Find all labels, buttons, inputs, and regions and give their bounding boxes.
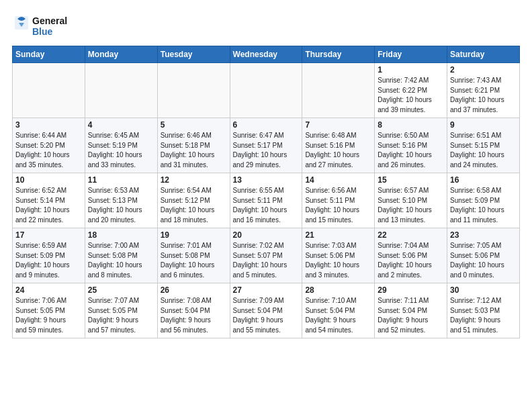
calendar-cell: 25Sunrise: 7:07 AM Sunset: 5:05 PM Dayli… xyxy=(85,283,157,338)
day-number: 3 xyxy=(15,120,82,130)
day-info: Sunrise: 6:53 AM Sunset: 5:13 PM Dayligh… xyxy=(88,186,154,225)
calendar-cell: 28Sunrise: 7:10 AM Sunset: 5:04 PM Dayli… xyxy=(302,283,375,338)
calendar-week-row: 10Sunrise: 6:52 AM Sunset: 5:14 PM Dayli… xyxy=(13,173,520,228)
days-header-row: SundayMondayTuesdayWednesdayThursdayFrid… xyxy=(13,46,520,63)
logo-svg: General Blue xyxy=(12,12,73,40)
calendar-cell: 18Sunrise: 7:00 AM Sunset: 5:08 PM Dayli… xyxy=(85,228,157,283)
calendar-cell: 4Sunrise: 6:45 AM Sunset: 5:19 PM Daylig… xyxy=(85,118,157,173)
day-info: Sunrise: 7:05 AM Sunset: 5:06 PM Dayligh… xyxy=(450,241,517,280)
day-info: Sunrise: 7:02 AM Sunset: 5:07 PM Dayligh… xyxy=(233,241,300,280)
calendar-week-row: 24Sunrise: 7:06 AM Sunset: 5:05 PM Dayli… xyxy=(13,283,520,338)
day-info: Sunrise: 6:44 AM Sunset: 5:20 PM Dayligh… xyxy=(15,131,82,170)
svg-text:General: General xyxy=(32,15,67,26)
day-number: 28 xyxy=(305,285,371,295)
day-info: Sunrise: 6:58 AM Sunset: 5:09 PM Dayligh… xyxy=(450,186,517,225)
day-info: Sunrise: 6:57 AM Sunset: 5:10 PM Dayligh… xyxy=(378,186,444,225)
calendar-cell xyxy=(13,63,85,118)
calendar-cell xyxy=(302,63,375,118)
calendar-cell: 24Sunrise: 7:06 AM Sunset: 5:05 PM Dayli… xyxy=(13,283,85,338)
calendar-cell: 12Sunrise: 6:54 AM Sunset: 5:12 PM Dayli… xyxy=(157,173,230,228)
calendar-cell: 15Sunrise: 6:57 AM Sunset: 5:10 PM Dayli… xyxy=(375,173,447,228)
calendar-cell: 5Sunrise: 6:46 AM Sunset: 5:18 PM Daylig… xyxy=(157,118,230,173)
day-header-monday: Monday xyxy=(85,46,157,63)
day-number: 10 xyxy=(15,175,82,185)
day-number: 8 xyxy=(378,120,444,130)
day-number: 13 xyxy=(233,175,300,185)
day-info: Sunrise: 7:00 AM Sunset: 5:08 PM Dayligh… xyxy=(88,241,154,280)
calendar-cell xyxy=(85,63,157,118)
header: General Blue xyxy=(12,12,520,40)
calendar-cell: 19Sunrise: 7:01 AM Sunset: 5:08 PM Dayli… xyxy=(157,228,230,283)
calendar-cell: 13Sunrise: 6:55 AM Sunset: 5:11 PM Dayli… xyxy=(230,173,302,228)
calendar-cell xyxy=(157,63,230,118)
page: General Blue SundayMondayTuesdayWednesda… xyxy=(0,0,532,345)
day-number: 1 xyxy=(378,65,444,75)
day-header-friday: Friday xyxy=(375,46,447,63)
day-info: Sunrise: 6:50 AM Sunset: 5:16 PM Dayligh… xyxy=(378,131,444,170)
day-number: 7 xyxy=(305,120,371,130)
calendar-cell: 7Sunrise: 6:48 AM Sunset: 5:16 PM Daylig… xyxy=(302,118,375,173)
day-info: Sunrise: 7:03 AM Sunset: 5:06 PM Dayligh… xyxy=(305,241,371,280)
calendar-body: 1Sunrise: 7:42 AM Sunset: 6:22 PM Daylig… xyxy=(13,63,520,338)
calendar-cell: 16Sunrise: 6:58 AM Sunset: 5:09 PM Dayli… xyxy=(447,173,520,228)
day-info: Sunrise: 7:06 AM Sunset: 5:05 PM Dayligh… xyxy=(15,296,82,335)
calendar-cell: 30Sunrise: 7:12 AM Sunset: 5:03 PM Dayli… xyxy=(447,283,520,338)
day-number: 21 xyxy=(305,230,371,240)
day-number: 2 xyxy=(450,65,517,75)
calendar-cell: 21Sunrise: 7:03 AM Sunset: 5:06 PM Dayli… xyxy=(302,228,375,283)
day-info: Sunrise: 7:11 AM Sunset: 5:04 PM Dayligh… xyxy=(378,296,444,335)
day-number: 27 xyxy=(233,285,300,295)
day-number: 29 xyxy=(378,285,444,295)
day-header-thursday: Thursday xyxy=(302,46,375,63)
svg-text:Blue: Blue xyxy=(32,26,53,37)
day-number: 19 xyxy=(161,230,227,240)
day-info: Sunrise: 7:01 AM Sunset: 5:08 PM Dayligh… xyxy=(161,241,227,280)
day-number: 17 xyxy=(15,230,82,240)
calendar-header: SundayMondayTuesdayWednesdayThursdayFrid… xyxy=(13,46,520,63)
calendar-cell: 22Sunrise: 7:04 AM Sunset: 5:06 PM Dayli… xyxy=(375,228,447,283)
day-number: 14 xyxy=(305,175,371,185)
calendar-week-row: 3Sunrise: 6:44 AM Sunset: 5:20 PM Daylig… xyxy=(13,118,520,173)
calendar-cell: 17Sunrise: 6:59 AM Sunset: 5:09 PM Dayli… xyxy=(13,228,85,283)
calendar-cell: 11Sunrise: 6:53 AM Sunset: 5:13 PM Dayli… xyxy=(85,173,157,228)
day-info: Sunrise: 6:47 AM Sunset: 5:17 PM Dayligh… xyxy=(233,131,300,170)
calendar-cell: 23Sunrise: 7:05 AM Sunset: 5:06 PM Dayli… xyxy=(447,228,520,283)
calendar-cell: 3Sunrise: 6:44 AM Sunset: 5:20 PM Daylig… xyxy=(13,118,85,173)
day-info: Sunrise: 7:43 AM Sunset: 6:21 PM Dayligh… xyxy=(450,76,517,115)
day-info: Sunrise: 6:56 AM Sunset: 5:11 PM Dayligh… xyxy=(305,186,371,225)
day-info: Sunrise: 7:04 AM Sunset: 5:06 PM Dayligh… xyxy=(378,241,444,280)
day-info: Sunrise: 6:54 AM Sunset: 5:12 PM Dayligh… xyxy=(161,186,227,225)
day-info: Sunrise: 6:46 AM Sunset: 5:18 PM Dayligh… xyxy=(161,131,227,170)
day-number: 12 xyxy=(161,175,227,185)
calendar-cell: 6Sunrise: 6:47 AM Sunset: 5:17 PM Daylig… xyxy=(230,118,302,173)
calendar-cell: 27Sunrise: 7:09 AM Sunset: 5:04 PM Dayli… xyxy=(230,283,302,338)
calendar-cell: 1Sunrise: 7:42 AM Sunset: 6:22 PM Daylig… xyxy=(375,63,447,118)
calendar-cell: 14Sunrise: 6:56 AM Sunset: 5:11 PM Dayli… xyxy=(302,173,375,228)
day-info: Sunrise: 7:08 AM Sunset: 5:04 PM Dayligh… xyxy=(161,296,227,335)
day-number: 4 xyxy=(88,120,154,130)
day-info: Sunrise: 6:45 AM Sunset: 5:19 PM Dayligh… xyxy=(88,131,154,170)
day-number: 22 xyxy=(378,230,444,240)
day-info: Sunrise: 6:59 AM Sunset: 5:09 PM Dayligh… xyxy=(15,241,82,280)
day-number: 20 xyxy=(233,230,300,240)
calendar-cell: 20Sunrise: 7:02 AM Sunset: 5:07 PM Dayli… xyxy=(230,228,302,283)
day-info: Sunrise: 7:07 AM Sunset: 5:05 PM Dayligh… xyxy=(88,296,154,335)
day-number: 16 xyxy=(450,175,517,185)
day-info: Sunrise: 6:55 AM Sunset: 5:11 PM Dayligh… xyxy=(233,186,300,225)
calendar-cell xyxy=(230,63,302,118)
day-info: Sunrise: 7:12 AM Sunset: 5:03 PM Dayligh… xyxy=(450,296,517,335)
day-number: 11 xyxy=(88,175,154,185)
day-number: 5 xyxy=(161,120,227,130)
day-header-sunday: Sunday xyxy=(13,46,85,63)
day-info: Sunrise: 7:09 AM Sunset: 5:04 PM Dayligh… xyxy=(233,296,300,335)
day-number: 23 xyxy=(450,230,517,240)
day-info: Sunrise: 6:52 AM Sunset: 5:14 PM Dayligh… xyxy=(15,186,82,225)
logo: General Blue xyxy=(12,12,73,40)
day-number: 30 xyxy=(450,285,517,295)
calendar-cell: 9Sunrise: 6:51 AM Sunset: 5:15 PM Daylig… xyxy=(447,118,520,173)
calendar-cell: 2Sunrise: 7:43 AM Sunset: 6:21 PM Daylig… xyxy=(447,63,520,118)
day-info: Sunrise: 6:51 AM Sunset: 5:15 PM Dayligh… xyxy=(450,131,517,170)
day-header-wednesday: Wednesday xyxy=(230,46,302,63)
day-header-tuesday: Tuesday xyxy=(157,46,230,63)
calendar-table: SundayMondayTuesdayWednesdayThursdayFrid… xyxy=(12,46,520,338)
